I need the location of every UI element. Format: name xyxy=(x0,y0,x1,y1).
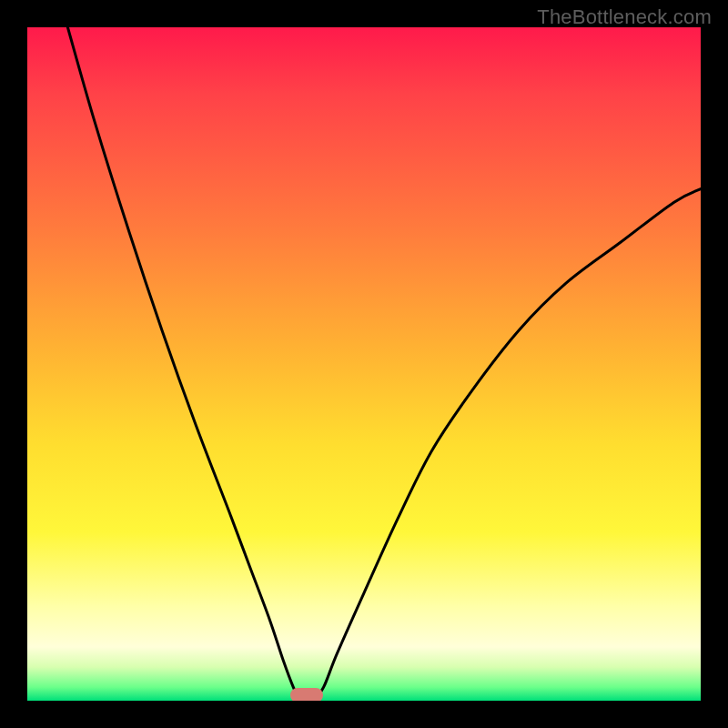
watermark-text: TheBottleneck.com xyxy=(537,5,712,29)
plot-area xyxy=(27,27,701,701)
optimal-marker xyxy=(290,688,323,701)
chart-frame: TheBottleneck.com xyxy=(0,0,728,728)
bottleneck-curve xyxy=(27,27,701,701)
curve-left-branch xyxy=(67,27,299,701)
curve-right-branch xyxy=(314,189,702,701)
